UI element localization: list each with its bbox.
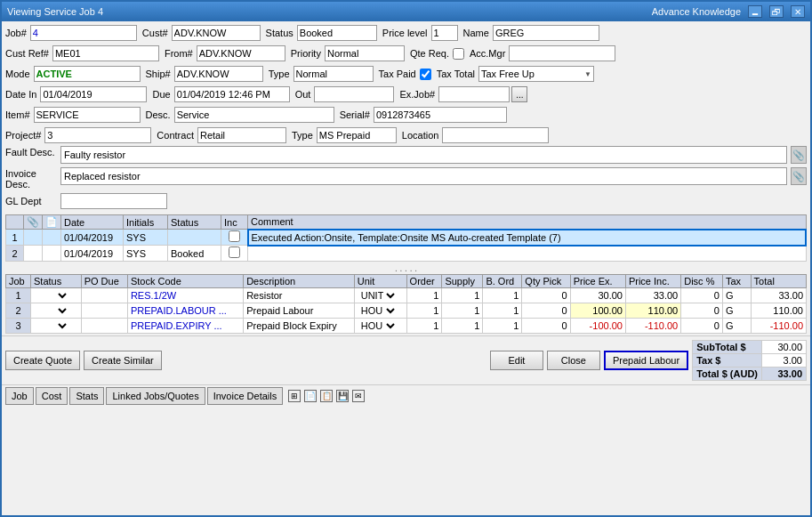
mode-label: Mode xyxy=(5,69,32,79)
cust-input[interactable] xyxy=(172,25,261,41)
tax-free-up-value: Tax Free Up xyxy=(481,69,535,79)
job-input[interactable] xyxy=(30,25,137,41)
close-button[interactable]: Close xyxy=(547,351,600,370)
priority-input[interactable] xyxy=(325,45,405,61)
prepaid-labour-button[interactable]: Prepaid Labour xyxy=(604,351,688,370)
datein-input[interactable] xyxy=(40,86,147,102)
dropdown-arrow-icon: ▼ xyxy=(584,70,591,78)
main-window: Viewing Service Job 4 Advance Knowledge … xyxy=(0,0,812,517)
tab-stats[interactable]: Stats xyxy=(69,387,104,405)
total-value: 33.00 xyxy=(762,368,807,381)
items-col-price-ex: Price Ex. xyxy=(570,275,625,288)
grid-icon[interactable]: ⊞ xyxy=(288,390,301,402)
serial-input[interactable] xyxy=(374,107,507,123)
items-row[interactable]: 1 RES.1/2W Resistor UNIT 1 1 1 0 30.00 3… xyxy=(6,288,807,303)
items-row[interactable]: 2 PREPAID.LABOUR ... Prepaid Labour HOUR… xyxy=(6,303,807,319)
custref-input[interactable] xyxy=(52,45,159,61)
items-disc: 0 xyxy=(681,303,723,319)
items-bord: 1 xyxy=(483,319,522,334)
edit-button[interactable]: Edit xyxy=(490,351,543,370)
cust-label: Cust# xyxy=(142,28,170,38)
items-status[interactable] xyxy=(31,303,82,319)
tab-job[interactable]: Job xyxy=(5,387,34,405)
item-input[interactable] xyxy=(34,107,141,123)
activity-status: Booked xyxy=(168,246,221,262)
items-unit[interactable]: HOUR xyxy=(354,303,406,319)
tax-paid-checkbox[interactable] xyxy=(420,69,431,80)
activity-section: 📎 📄 Date Initials Status Inc Comment 1 0… xyxy=(2,213,810,263)
doc-icon[interactable]: 📄 xyxy=(304,390,317,402)
row-custref: Cust Ref# From# Priority Qte Req. Acc.Mg… xyxy=(5,44,807,63)
status-input[interactable] xyxy=(297,25,377,41)
items-col-total: Total xyxy=(751,275,806,288)
price-level-input[interactable] xyxy=(431,25,458,41)
activity-row-num: 2 xyxy=(6,246,24,262)
name-label: Name xyxy=(463,28,491,38)
form-section: Job# Cust# Status Price level Name Cust … xyxy=(2,21,810,213)
out-input[interactable] xyxy=(314,86,394,102)
items-col-po-due: PO Due xyxy=(81,275,127,288)
activity-row[interactable]: 2 01/04/2019 SYS Booked xyxy=(6,246,807,262)
acc-mgr-input[interactable] xyxy=(509,45,615,61)
invoice-desc-label: InvoiceDesc. xyxy=(5,168,59,190)
items-row[interactable]: 3 PREPAID.EXPIRY ... Prepaid Block Expir… xyxy=(6,319,807,334)
price-level-label: Price level xyxy=(382,28,430,38)
maximize-button[interactable]: 🗗 xyxy=(769,5,784,18)
tab-cost[interactable]: Cost xyxy=(36,387,68,405)
activity-row[interactable]: 1 01/04/2019 SYS Executed Action:Onsite,… xyxy=(6,230,807,246)
exjob-browse-button[interactable]: ... xyxy=(511,86,527,102)
create-quote-button[interactable]: Create Quote xyxy=(5,351,80,370)
activity-comment: Executed Action:Onsite, Template:Onsite … xyxy=(248,230,807,246)
type2-input[interactable] xyxy=(317,127,397,143)
items-stock-code: PREPAID.EXPIRY ... xyxy=(127,319,243,334)
activity-row-num: 1 xyxy=(6,230,24,246)
activity-col-inc: Inc xyxy=(221,215,248,230)
tab-invoice-details[interactable]: Invoice Details xyxy=(207,387,284,405)
row-invoice: InvoiceDesc. Replaced resistor 📎 xyxy=(5,167,807,190)
tab-linked-jobs[interactable]: Linked Jobs/Quotes xyxy=(106,387,205,405)
create-similar-button[interactable]: Create Similar xyxy=(84,351,162,370)
invoice-desc-icon[interactable]: 📎 xyxy=(791,167,807,185)
minimize-button[interactable]: 🗕 xyxy=(748,5,762,18)
items-status[interactable] xyxy=(31,288,82,303)
gl-dept-input[interactable] xyxy=(60,193,167,209)
mode-input[interactable] xyxy=(34,66,141,82)
activity-inc[interactable] xyxy=(221,246,248,262)
ship-input[interactable] xyxy=(174,66,263,82)
activity-inc[interactable] xyxy=(221,230,248,246)
subtotal-label: SubTotal $ xyxy=(693,341,762,354)
items-col-unit: Unit xyxy=(354,275,406,288)
exjob-input[interactable] xyxy=(438,86,510,102)
copy-icon[interactable]: 📋 xyxy=(320,390,333,402)
bottom-buttons-bar: Create Quote Create Similar Edit Close P… xyxy=(2,335,810,384)
location-input[interactable] xyxy=(442,127,549,143)
email-icon[interactable]: ✉ xyxy=(352,390,365,402)
fault-desc-icon[interactable]: 📎 xyxy=(791,146,807,164)
invoice-desc-area: Replaced resistor xyxy=(60,167,787,185)
summary-table: SubTotal $ 30.00 Tax $ 3.00 Total $ (AUD… xyxy=(692,340,807,381)
type-input[interactable] xyxy=(293,66,374,82)
window-title: Viewing Service Job 4 xyxy=(7,6,103,17)
tab-invoice-details-label: Invoice Details xyxy=(213,391,277,401)
activity-col-date: Date xyxy=(61,215,124,230)
items-qty-pick: 0 xyxy=(522,303,570,319)
due-input[interactable] xyxy=(174,86,290,102)
qte-req-checkbox[interactable] xyxy=(453,48,464,60)
items-unit[interactable]: HOUR xyxy=(354,319,406,334)
desc-input[interactable] xyxy=(174,107,334,123)
save-icon[interactable]: 💾 xyxy=(336,390,349,402)
items-supply: 1 xyxy=(442,303,483,319)
items-description: Prepaid Labour xyxy=(244,303,355,319)
tax-free-up-dropdown[interactable]: Tax Free Up ▼ xyxy=(478,66,594,82)
title-bar-controls: Advance Knowledge 🗕 🗗 ✕ xyxy=(652,5,805,18)
activity-initials: SYS xyxy=(124,246,168,262)
contract-input[interactable] xyxy=(197,127,286,143)
project-input[interactable] xyxy=(44,127,151,143)
name-input[interactable] xyxy=(493,25,599,41)
items-unit[interactable]: UNIT xyxy=(354,288,406,303)
tax-paid-label: Tax Paid xyxy=(379,69,418,79)
items-tax: G xyxy=(722,319,751,334)
close-button[interactable]: ✕ xyxy=(791,5,805,18)
from-input[interactable] xyxy=(197,45,285,61)
items-status[interactable] xyxy=(31,319,82,334)
